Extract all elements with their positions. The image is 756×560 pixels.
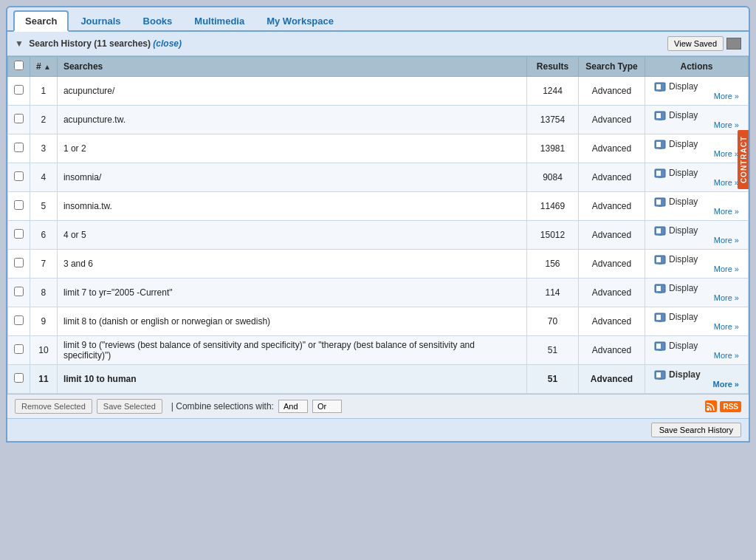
row-results: 15012 [527,221,579,250]
display-label[interactable]: Display [669,341,698,351]
more-link[interactable]: More [714,178,739,187]
row-num: 2 [30,106,58,134]
action-display[interactable]: Display [654,225,698,236]
more-link[interactable]: More [714,293,739,302]
select-all-checkbox[interactable] [14,61,24,70]
display-label[interactable]: Display [669,312,698,322]
action-display[interactable]: Display [654,110,698,120]
action-display[interactable]: Display [654,283,698,293]
combine-label: | Combine selections with: [171,401,274,412]
row-num: 7 [30,250,58,279]
row-num: 3 [30,134,58,163]
more-link[interactable]: More [714,120,739,129]
more-link[interactable]: More [714,322,739,331]
row-search: limit 8 to (danish or english or norwegi… [57,307,526,336]
more-link[interactable]: More [714,207,739,216]
more-link[interactable]: More [714,92,739,100]
row-checkbox-cell [8,279,30,307]
row-results: 9084 [527,163,579,192]
row-results: 114 [527,279,579,307]
display-icon [654,197,666,207]
display-label[interactable]: Display [669,168,698,178]
row-results: 156 [527,250,579,279]
display-icon [654,111,666,120]
display-label[interactable]: Display [669,225,698,236]
row-checkbox[interactable] [14,287,24,296]
rss-area: RSS [705,400,741,412]
more-link[interactable]: More [713,380,739,389]
svg-rect-17 [656,177,659,177]
row-search: limit 10 to human [57,365,526,394]
save-selected-button[interactable]: Save Selected [97,399,162,414]
row-checkbox[interactable] [14,258,24,267]
toggle-icon[interactable]: ▼ [15,38,24,49]
display-label[interactable]: Display [669,81,698,92]
bottom-bar: Remove Selected Save Selected | Combine … [7,394,749,418]
row-actions: Display More [645,192,749,221]
display-label[interactable]: Display [669,254,698,264]
header-search-type: Search Type [579,57,645,77]
action-display[interactable]: Display [654,197,698,207]
more-link[interactable]: More [714,351,739,360]
header-num[interactable]: # ▲ [30,57,58,77]
svg-rect-46 [656,344,661,349]
row-actions: Display More [645,134,749,163]
action-cell: Display More [651,137,742,160]
tab-journals[interactable]: Journals [70,12,131,30]
close-link[interactable]: (close) [153,38,182,49]
row-checkbox[interactable] [14,315,24,325]
display-icon [654,255,666,264]
display-label[interactable]: Display [669,369,701,380]
display-label[interactable]: Display [669,139,698,149]
display-icon [654,370,666,380]
tab-books[interactable]: Books [133,12,183,30]
row-actions: Display More [645,221,749,250]
tab-multimedia[interactable]: Multimedia [184,12,255,30]
display-icon [654,226,666,236]
row-checkbox[interactable] [14,85,24,95]
rss-label[interactable]: RSS [720,401,741,412]
main-container: Search Journals Books Multimedia My Work… [0,0,756,560]
remove-selected-button[interactable]: Remove Selected [15,399,92,414]
row-checkbox[interactable] [14,344,24,354]
action-display[interactable]: Display [654,312,698,322]
action-display[interactable]: Display [654,139,698,149]
header-searches: Searches [57,57,526,77]
row-search: 3 and 6 [57,250,526,279]
save-search-history-button[interactable]: Save Search History [651,423,741,437]
and-input[interactable] [278,400,308,413]
row-search: insomnia/ [57,163,526,192]
row-search: acupuncture.tw. [57,106,526,134]
more-link[interactable]: More [714,264,739,273]
tab-my-workspace[interactable]: My Workspace [256,12,344,30]
row-checkbox[interactable] [14,229,24,239]
display-label[interactable]: Display [669,110,698,120]
svg-rect-36 [656,286,661,291]
row-checkbox[interactable] [14,200,24,210]
row-num: 5 [30,192,58,221]
row-checkbox[interactable] [14,114,24,123]
action-display[interactable]: Display [654,341,698,351]
more-link[interactable]: More [714,149,739,158]
row-checkbox[interactable] [14,373,24,383]
table-wrapper: # ▲ Searches Results Search Type Actions… [7,56,749,394]
row-type: Advanced [579,250,645,279]
action-display[interactable]: Display [654,81,698,92]
row-checkbox[interactable] [14,171,24,181]
or-input[interactable] [312,400,342,413]
more-link[interactable]: More [714,236,739,245]
action-display[interactable]: Display [654,168,698,178]
row-type: Advanced [579,221,645,250]
action-display[interactable]: Display [654,369,701,380]
contract-tab[interactable]: CONTRACT [738,130,749,189]
table-row: 1 acupuncture/ 1244 Advanced Display [8,77,749,106]
display-label[interactable]: Display [669,197,698,207]
row-type: Advanced [579,192,645,221]
action-display[interactable]: Display [654,254,698,264]
row-checkbox[interactable] [14,143,24,152]
view-saved-button[interactable]: View Saved [667,36,724,51]
display-label[interactable]: Display [669,283,698,293]
tab-search[interactable]: Search [13,10,69,32]
svg-rect-27 [656,234,659,235]
svg-point-56 [707,408,709,411]
